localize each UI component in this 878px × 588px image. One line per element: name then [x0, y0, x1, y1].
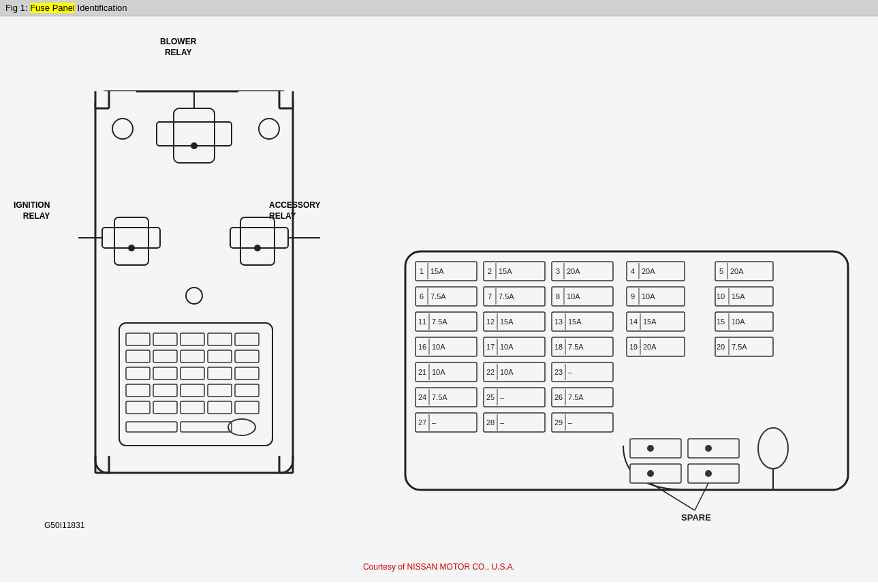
- left-panel-diagram: [41, 50, 361, 521]
- svg-rect-21: [114, 217, 148, 265]
- svg-point-20: [191, 142, 198, 149]
- svg-rect-80: [416, 287, 477, 306]
- svg-text:4: 4: [631, 267, 635, 275]
- svg-point-180: [758, 428, 788, 469]
- svg-text:16: 16: [418, 343, 426, 351]
- svg-rect-52: [153, 401, 177, 414]
- svg-rect-48: [181, 384, 204, 397]
- svg-rect-84: [484, 287, 545, 306]
- svg-text:21: 21: [418, 368, 426, 376]
- svg-rect-51: [126, 401, 150, 414]
- svg-text:29: 29: [554, 418, 563, 427]
- svg-rect-181: [630, 464, 681, 483]
- svg-rect-64: [484, 262, 545, 281]
- svg-point-182: [647, 470, 654, 477]
- svg-text:9: 9: [631, 292, 635, 300]
- rest-text: Identification: [75, 3, 127, 13]
- svg-text:5: 5: [719, 267, 723, 275]
- svg-point-179: [705, 445, 712, 452]
- svg-rect-44: [208, 367, 232, 380]
- svg-point-177: [647, 445, 654, 452]
- diagram-code-label: G50I11831: [44, 521, 84, 530]
- svg-rect-53: [181, 401, 204, 414]
- svg-text:2: 2: [488, 267, 492, 275]
- svg-rect-92: [627, 287, 685, 306]
- svg-rect-41: [126, 367, 150, 380]
- svg-rect-60: [416, 262, 477, 281]
- svg-text:10A: 10A: [432, 343, 445, 351]
- svg-text:18: 18: [554, 343, 563, 351]
- svg-text:–: –: [568, 368, 573, 376]
- svg-text:15A: 15A: [499, 267, 512, 275]
- main-content: BLOWERRELAY IGNITIONRELAY ACCESSORYRELAY…: [0, 16, 878, 582]
- svg-rect-76: [715, 262, 773, 281]
- svg-rect-34: [208, 333, 232, 345]
- fig-label: Fig 1: Fuse Panel Identification: [5, 3, 127, 13]
- svg-rect-56: [126, 422, 177, 432]
- svg-text:7.5A: 7.5A: [568, 393, 584, 401]
- svg-rect-25: [240, 217, 275, 265]
- svg-text:25: 25: [486, 393, 495, 401]
- svg-rect-178: [688, 439, 739, 458]
- svg-rect-45: [235, 367, 259, 380]
- svg-text:10A: 10A: [567, 292, 580, 300]
- right-panel-diagram: 1 15A 2 15A 3 20A 4 20A 5 20A: [402, 248, 851, 534]
- svg-rect-37: [153, 350, 177, 362]
- svg-text:26: 26: [554, 393, 563, 401]
- header-bar: Fig 1: Fuse Panel Identification: [0, 0, 878, 16]
- svg-text:15A: 15A: [430, 267, 444, 275]
- svg-text:10A: 10A: [642, 292, 655, 300]
- svg-rect-55: [235, 401, 259, 414]
- svg-text:10A: 10A: [732, 318, 745, 326]
- svg-text:15A: 15A: [732, 292, 745, 300]
- svg-point-29: [186, 288, 202, 304]
- svg-rect-176: [630, 439, 681, 458]
- svg-text:7.5A: 7.5A: [499, 292, 514, 300]
- svg-text:27: 27: [418, 418, 426, 427]
- fig-label-text: Fig 1:: [5, 3, 28, 13]
- svg-rect-39: [208, 350, 232, 362]
- svg-text:22: 22: [486, 368, 495, 376]
- svg-text:15A: 15A: [643, 318, 657, 326]
- svg-rect-68: [552, 262, 613, 281]
- svg-text:20A: 20A: [642, 267, 655, 275]
- svg-text:1: 1: [420, 267, 424, 275]
- svg-text:12: 12: [486, 318, 495, 326]
- svg-text:6: 6: [420, 292, 424, 300]
- svg-rect-32: [153, 333, 177, 345]
- svg-point-23: [128, 245, 135, 251]
- svg-rect-43: [181, 367, 204, 380]
- svg-text:20A: 20A: [643, 343, 657, 351]
- svg-rect-1: [95, 91, 136, 108]
- svg-rect-40: [235, 350, 259, 362]
- svg-rect-35: [235, 333, 259, 345]
- svg-rect-36: [126, 350, 150, 362]
- svg-text:7.5A: 7.5A: [568, 343, 584, 351]
- svg-point-58: [228, 419, 255, 435]
- svg-rect-54: [208, 401, 232, 414]
- svg-rect-26: [230, 228, 288, 248]
- svg-text:28: 28: [486, 418, 495, 427]
- svg-rect-88: [552, 287, 613, 306]
- svg-text:7.5A: 7.5A: [430, 292, 446, 300]
- svg-point-184: [705, 470, 712, 477]
- svg-text:10A: 10A: [500, 368, 514, 376]
- right-fuse-panel: 1 15A 2 15A 3 20A 4 20A 5 20A: [402, 248, 851, 536]
- highlight-text: Fuse Panel: [30, 3, 75, 13]
- svg-rect-57: [181, 422, 232, 432]
- svg-rect-183: [688, 464, 739, 483]
- svg-point-15: [112, 119, 133, 139]
- svg-rect-18: [157, 122, 232, 146]
- svg-rect-31: [126, 333, 150, 345]
- svg-rect-5: [238, 91, 293, 108]
- svg-text:19: 19: [629, 343, 638, 351]
- svg-text:20A: 20A: [567, 267, 580, 275]
- svg-text:20: 20: [717, 343, 725, 351]
- svg-point-27: [254, 245, 261, 251]
- svg-text:20A: 20A: [730, 267, 744, 275]
- svg-text:23: 23: [554, 368, 563, 376]
- svg-rect-46: [126, 384, 150, 397]
- svg-text:15A: 15A: [500, 318, 514, 326]
- svg-rect-17: [174, 108, 215, 163]
- svg-text:–: –: [568, 418, 573, 427]
